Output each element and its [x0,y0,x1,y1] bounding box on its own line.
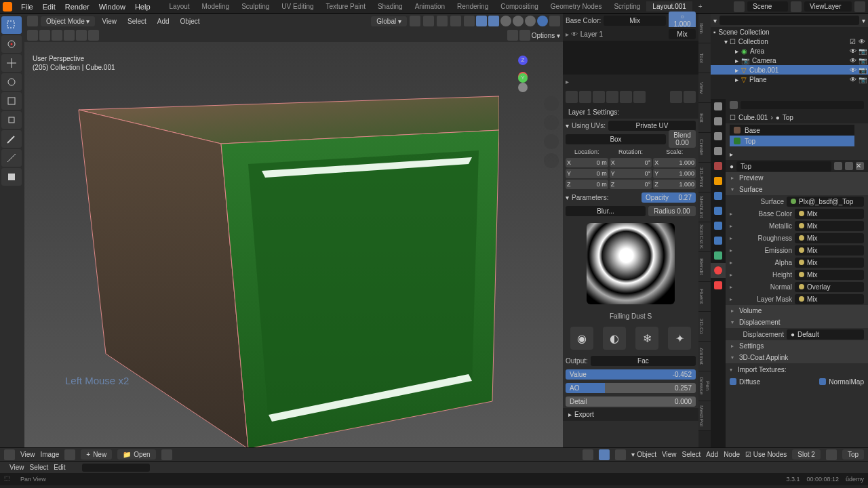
viewlayer-icon[interactable] [791,1,802,12]
overlay-toggle-icon[interactable] [476,16,487,26]
vtab-view[interactable]: View [698,73,711,103]
outliner-scene-collection[interactable]: ▪Scene Collection [711,27,868,37]
node-world-icon[interactable] [615,449,626,460]
vtab-tool[interactable]: Tool [698,43,711,73]
preset-3-icon[interactable]: ❄ [635,327,658,350]
shade-wire-icon[interactable] [500,16,511,26]
tool-annotate[interactable] [1,130,22,148]
displacement-panel[interactable]: ▾Displacement [726,317,868,328]
editor-type-icon[interactable] [27,16,38,26]
preset-1-icon[interactable]: ◉ [570,327,593,350]
ptab-scene[interactable] [711,144,726,159]
preset-4-icon[interactable]: ✦ [668,327,691,350]
filter-icon[interactable] [507,30,518,41]
b2-search-input[interactable] [82,464,150,472]
tool-rotate[interactable] [1,73,22,91]
preview-panel[interactable]: ▸Preview [726,172,868,184]
prop-edit-icon[interactable] [450,16,461,26]
workspace-add[interactable]: + [692,1,709,12]
export-header[interactable]: ▸Export [563,408,698,421]
vtab-gpen[interactable]: Grease Pen [698,371,711,401]
vtab-scrn[interactable]: ScrnCst K [698,222,711,252]
layer-tool-2-icon[interactable] [579,91,591,103]
opacity-slider[interactable]: Opacity0.27 [642,192,696,203]
props-search-input[interactable] [741,101,864,109]
surface-panel[interactable]: ▾Surface [726,184,868,195]
node-menu-object[interactable]: ▾ Object [631,451,656,458]
ptab-world[interactable] [711,159,726,174]
search-icon[interactable] [88,30,99,41]
ch-metallic-value[interactable]: Mix [795,221,864,231]
preset-2-icon[interactable]: ◐ [603,327,626,350]
vtab-3dco[interactable]: 3D-Co [698,312,711,342]
nav-gizmo[interactable]: X Y Z [518,56,549,87]
workspace-shading[interactable]: Shading [372,1,409,12]
vtab-anim[interactable]: Animat [698,342,711,371]
xray-icon[interactable] [488,16,499,26]
workspace-comp[interactable]: Compositing [494,1,545,12]
surface-shader-value[interactable]: Plx@_bsdf@_Top [787,197,864,207]
shade-rendered-icon[interactable] [537,16,548,26]
workspace-layout001[interactable]: Layout.001 [646,1,692,12]
vp-menu-object[interactable]: Object [176,16,204,26]
ch-height-value[interactable]: Mix [795,270,864,280]
ptab-output[interactable] [711,114,726,129]
layer-tool-5-icon[interactable] [620,91,632,103]
ch-normal-value[interactable]: Overlay [795,282,864,292]
output-mode[interactable]: Fac [591,356,696,366]
shading-dropdown-icon[interactable] [549,16,560,26]
outliner-type-icon[interactable]: ▾ [713,17,717,24]
vp-menu-add[interactable]: Add [153,16,174,26]
props-search-icon[interactable] [730,101,738,109]
node-editor-type-icon[interactable] [583,449,593,460]
vtab-create[interactable]: Create [698,133,711,163]
breadcrumb-obj[interactable]: Cube.001 [738,114,768,121]
layer-blend-mode[interactable]: Mix [669,29,696,39]
menu-edit[interactable]: Edit [38,3,60,11]
ch-alpha-value[interactable]: Mix [795,258,864,268]
vp-menu-select[interactable]: Select [123,16,151,26]
layer-tool-3-icon[interactable] [593,91,605,103]
scale-x[interactable]: X1.000 [653,158,696,167]
3d-viewport[interactable]: User Perspective (205) Collection | Cube… [24,42,563,447]
workspace-anim[interactable]: Animation [409,1,451,12]
mat-new-icon[interactable] [845,162,853,170]
vis-gizmo-icon[interactable] [464,16,475,26]
outliner-search-input[interactable] [719,16,859,25]
workspace-render[interactable]: Rendering [451,1,494,12]
tool-select-box[interactable] [1,16,22,34]
tool-measure[interactable] [1,149,22,167]
basecolor-mode[interactable]: Mix [604,16,666,26]
shade-solid-icon[interactable] [513,16,524,26]
ptab-texture[interactable] [711,278,726,293]
layer-tool-1-icon[interactable] [566,91,578,103]
sel-mode-1-icon[interactable] [27,30,38,41]
ptab-constraints[interactable] [711,233,726,248]
layer-down-icon[interactable] [684,91,696,103]
mat-slot-top[interactable]: Top [730,136,854,146]
img-new-button[interactable]: + New [81,449,112,460]
workspace-geonodes[interactable]: Geometry Nodes [545,1,608,12]
rot-z[interactable]: Z0° [610,180,652,189]
tool-scale[interactable] [1,92,22,110]
node-menu-add[interactable]: Add [706,451,718,458]
vtab-edit[interactable]: Edit [698,103,711,133]
volume-panel[interactable]: ▸Volume [726,305,868,317]
cube-mesh[interactable] [65,69,499,447]
tool-move[interactable] [1,54,22,72]
mat-del-icon[interactable]: ✕ [856,162,864,170]
check-icon[interactable]: ☑ [850,38,856,45]
ch-basecolor-value[interactable]: Mix [795,209,864,219]
chk-normal[interactable] [819,378,826,385]
outliner-item-cube001[interactable]: ▸ ▽ Cube.001👁📷 [711,65,868,75]
outliner-item-camera[interactable]: ▸ 📷 Camera👁📷 [711,56,868,65]
viewlayer-selector[interactable]: ViewLayer [804,1,852,12]
workspace-layout[interactable]: Layout [163,1,196,12]
options-dropdown[interactable]: Options ▾ [532,32,560,39]
workspace-sculpting[interactable]: Sculpting [235,1,275,12]
proj-dropdown[interactable]: Box [566,134,666,144]
radius-value[interactable]: Radius 0.00 [648,206,696,216]
sel-mode-5-icon[interactable] [76,30,87,41]
menu-window[interactable]: Window [94,3,130,11]
node-menu-select[interactable]: Select [682,451,701,458]
